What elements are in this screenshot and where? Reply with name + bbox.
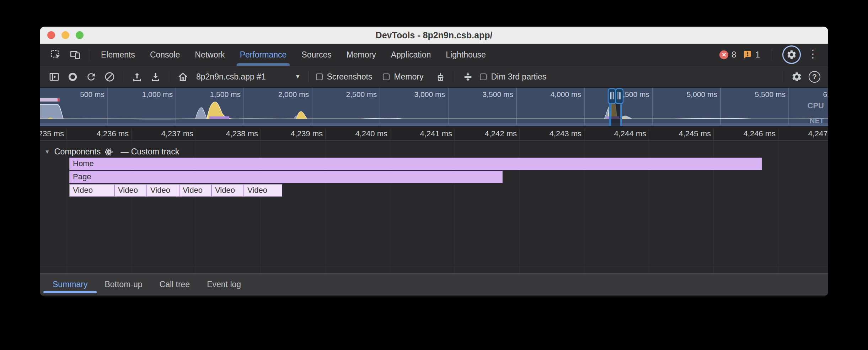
load-profile-icon[interactable]: [130, 70, 144, 83]
panel-tabs: ElementsConsoleNetworkPerformanceSources…: [93, 44, 493, 66]
tab-console[interactable]: Console: [143, 44, 187, 66]
details-tab-bottom-up[interactable]: Bottom-up: [96, 280, 151, 289]
overview-gridline: [652, 88, 653, 126]
track-bar-video[interactable]: Video: [114, 184, 147, 197]
reload-and-record-button[interactable]: [84, 70, 98, 83]
close-window-button[interactable]: [47, 31, 55, 39]
performance-toolbar: 8p2n9n.csb.app #1 ▼ Screenshots Memory D…: [40, 66, 828, 88]
overview-gridline: [380, 88, 380, 126]
device-toolbar-icon[interactable]: [69, 48, 81, 61]
ruler-label: 4,238 ms: [226, 129, 258, 138]
overview-ruler-label: 5,000 ms: [687, 90, 717, 99]
tabbar-right-cluster: ✕ 8 1 ⋮: [719, 45, 822, 64]
track-bar-video[interactable]: Video: [69, 184, 114, 197]
ruler-tick: [519, 129, 520, 140]
help-icon[interactable]: ?: [809, 71, 820, 83]
details-tab-summary[interactable]: Summary: [44, 280, 96, 289]
ruler-tick: [66, 129, 67, 140]
ruler-tick: [713, 129, 714, 140]
track-bottom-line: [40, 267, 828, 267]
cpu-label: CPU: [808, 101, 824, 110]
active-tab-underline: [43, 291, 97, 293]
overview-gridline: [720, 88, 721, 126]
screenshots-label[interactable]: Screenshots: [327, 72, 373, 82]
divider: [454, 71, 454, 82]
inspect-element-icon[interactable]: [49, 48, 62, 61]
tab-lighthouse[interactable]: Lighthouse: [438, 44, 493, 66]
ruler-tick: [455, 129, 455, 140]
toggle-sidebar-icon[interactable]: [47, 70, 61, 83]
clear-recording-icon[interactable]: [103, 70, 116, 83]
devtools-settings-button[interactable]: [782, 45, 801, 64]
details-tab-call-tree[interactable]: Call tree: [151, 280, 199, 289]
track-bar-page[interactable]: Page: [69, 171, 503, 183]
ruler-label: 4,247 ms: [808, 129, 829, 138]
track-bar-video[interactable]: Video: [179, 184, 211, 197]
overview-gridline: [243, 88, 244, 126]
ruler-label: 4,239 ms: [291, 129, 323, 138]
titlebar: DevTools - 8p2n9n.csb.app/: [40, 27, 828, 44]
dim-3rd-parties-checkbox[interactable]: [480, 73, 487, 80]
tab-elements[interactable]: Elements: [93, 44, 143, 66]
track-bar-video[interactable]: Video: [211, 184, 244, 197]
tab-application[interactable]: Application: [384, 44, 439, 66]
dim-3rd-parties-label[interactable]: Dim 3rd parties: [491, 72, 546, 82]
issues-count: 1: [755, 50, 760, 60]
screenshots-checkbox[interactable]: [316, 73, 323, 80]
chevron-down-icon[interactable]: ▼: [295, 73, 301, 80]
ruler-label: 4,240 ms: [355, 129, 388, 138]
overview-ruler-label: 2,500 ms: [346, 90, 377, 99]
collapse-sanity-icon[interactable]: [461, 70, 475, 83]
tab-memory[interactable]: Memory: [339, 44, 384, 66]
ruler-tick: [584, 129, 584, 140]
react-atom-icon: [104, 147, 113, 157]
devtools-tabbar: ElementsConsoleNetworkPerformanceSources…: [40, 44, 828, 66]
track-suffix: — Custom track: [120, 147, 179, 157]
divider: [89, 49, 89, 60]
window-title: DevTools - 8p2n9n.csb.app/: [40, 30, 828, 40]
overview-gridline: [312, 88, 312, 126]
ruler-tick: [649, 129, 649, 140]
track-name: Components: [54, 147, 101, 157]
details-tabbar: SummaryBottom-upCall treeEvent log: [40, 273, 828, 295]
overview-ruler-label: 3,000 ms: [414, 90, 445, 99]
more-options-icon[interactable]: ⋮: [804, 49, 822, 61]
overview-gridline: [448, 88, 449, 126]
home-icon[interactable]: [176, 70, 189, 83]
record-button[interactable]: [66, 70, 79, 83]
overview-ruler-label: 6,000 ms: [823, 90, 828, 99]
target-selector[interactable]: 8p2n9n.csb.app #1: [196, 72, 266, 82]
overview-bottom-border: [40, 126, 828, 127]
capture-settings-icon[interactable]: [790, 70, 803, 83]
memory-label[interactable]: Memory: [394, 72, 423, 82]
ruler-label: 4,244 ms: [614, 129, 647, 138]
overview-gridline: [176, 88, 176, 126]
custom-track-header[interactable]: ▼ Components — Custom track: [44, 147, 179, 157]
track-bar-video[interactable]: Video: [147, 184, 179, 197]
details-tab-event-log[interactable]: Event log: [198, 280, 250, 289]
zoom-window-button[interactable]: [76, 31, 84, 39]
ruler-label: 4,243 ms: [550, 129, 582, 138]
overview-ruler-label: 5,500 ms: [755, 90, 786, 99]
console-errors-icon[interactable]: ✕: [719, 50, 728, 59]
track-bar-home[interactable]: Home: [69, 158, 762, 170]
timeline-overview[interactable]: CPU NET 500 ms1,000 ms1,500 ms2,000 ms2,…: [40, 88, 828, 127]
ruler-label: 4,236 ms: [97, 129, 129, 138]
flamechart-area[interactable]: ▼ Components — Custom track HomePageVide…: [40, 141, 828, 273]
track-bar-video[interactable]: Video: [244, 184, 282, 197]
minimize-window-button[interactable]: [61, 31, 69, 39]
overview-gridline: [584, 88, 585, 126]
tab-performance[interactable]: Performance: [232, 44, 294, 66]
collapse-triangle-icon[interactable]: ▼: [44, 149, 50, 155]
tab-network[interactable]: Network: [187, 44, 232, 66]
save-profile-icon[interactable]: [149, 70, 162, 83]
memory-checkbox[interactable]: [383, 73, 390, 80]
overview-ruler-label: 3,500 ms: [483, 90, 513, 99]
garbage-collect-icon[interactable]: [434, 70, 447, 83]
issues-icon[interactable]: [743, 50, 752, 59]
divider: [123, 71, 123, 82]
overview-ruler-label: 4,500 ms: [619, 90, 649, 99]
ruler-tick: [325, 129, 326, 140]
overview-gridline: [788, 88, 789, 126]
tab-sources[interactable]: Sources: [294, 44, 339, 66]
